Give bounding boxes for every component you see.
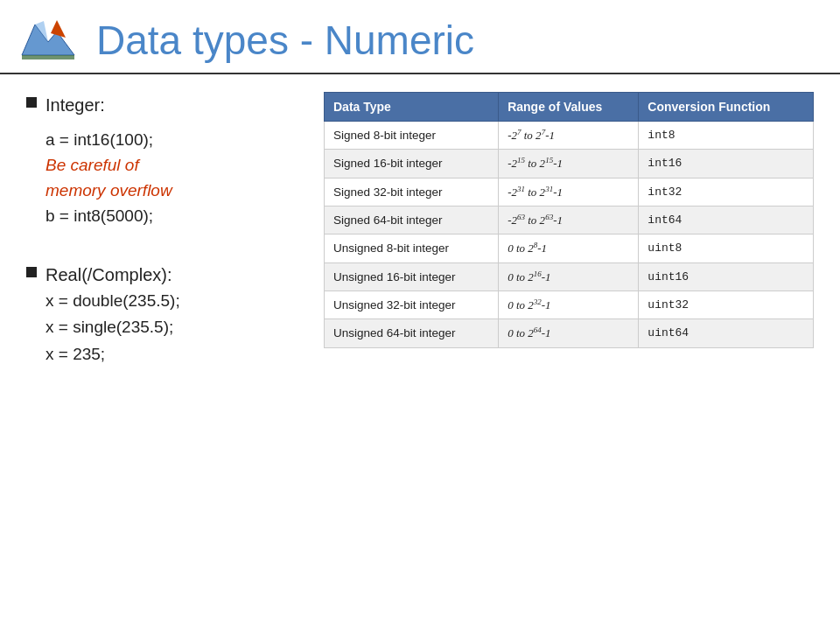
integer-line-2: b = int8(5000); (46, 203, 172, 229)
content-area: Integer: a = int16(100); Be careful ofme… (0, 92, 840, 382)
header: Data types - Numeric (0, 0, 840, 74)
cell-type: Unsigned 32-bit integer (325, 290, 499, 318)
cell-type: Unsigned 16-bit integer (325, 262, 499, 290)
table-header-row: Data Type Range of Values Conversion Fun… (325, 93, 814, 122)
cell-type: Signed 16-bit integer (325, 150, 499, 178)
cell-type: Unsigned 64-bit integer (325, 319, 499, 347)
integer-section: Integer: a = int16(100); Be careful ofme… (26, 92, 298, 230)
cell-range: 0 to 216-1 (499, 262, 639, 290)
cell-func: int32 (639, 178, 814, 206)
cell-func: uint32 (639, 290, 814, 318)
left-panel: Integer: a = int16(100); Be careful ofme… (26, 92, 298, 382)
integer-label: Integer: (46, 92, 172, 118)
cell-type: Unsigned 8-bit integer (325, 234, 499, 262)
data-types-table: Data Type Range of Values Conversion Fun… (324, 92, 814, 348)
real-line-1: x = double(235.5); (46, 288, 180, 314)
cell-func: uint16 (639, 262, 814, 290)
integer-line-1: a = int16(100); (46, 127, 172, 153)
cell-range: -215 to 215-1 (499, 150, 639, 178)
svg-marker-3 (22, 55, 74, 60)
table-row: Signed 16-bit integer-215 to 215-1int16 (325, 150, 814, 178)
svg-marker-2 (51, 20, 66, 38)
cell-func: int16 (639, 150, 814, 178)
cell-type: Signed 8-bit integer (325, 122, 499, 150)
cell-range: -27 to 27-1 (499, 122, 639, 150)
cell-range: -263 to 263-1 (499, 206, 639, 234)
matlab-logo-icon (18, 16, 79, 64)
cell-type: Signed 64-bit integer (325, 206, 499, 234)
table-row: Unsigned 32-bit integer0 to 232-1uint32 (325, 290, 814, 318)
page-title: Data types - Numeric (96, 17, 474, 64)
col-header-type: Data Type (325, 93, 499, 122)
table-body: Signed 8-bit integer-27 to 27-1int8Signe… (325, 122, 814, 348)
cell-func: uint8 (639, 234, 814, 262)
real-content: Real(/Complex): x = double(235.5); x = s… (46, 262, 180, 368)
real-line-2: x = single(235.5); (46, 314, 180, 340)
real-section: Real(/Complex): x = double(235.5); x = s… (26, 262, 298, 368)
cell-func: uint64 (639, 319, 814, 347)
cell-range: 0 to 232-1 (499, 290, 639, 318)
table-row: Signed 32-bit integer-231 to 231-1int32 (325, 178, 814, 206)
table-row: Unsigned 16-bit integer0 to 216-1uint16 (325, 262, 814, 290)
bullet-icon (26, 267, 37, 277)
col-header-range: Range of Values (499, 93, 639, 122)
cell-type: Signed 32-bit integer (325, 178, 499, 206)
svg-marker-0 (22, 24, 74, 55)
table-row: Signed 64-bit integer-263 to 263-1int64 (325, 206, 814, 234)
real-label: Real(/Complex): (46, 262, 180, 288)
cell-func: int8 (639, 122, 814, 150)
integer-content: Integer: a = int16(100); Be careful ofme… (46, 92, 172, 230)
cell-range: 0 to 28-1 (499, 234, 639, 262)
right-panel: Data Type Range of Values Conversion Fun… (324, 92, 814, 382)
table-row: Unsigned 8-bit integer0 to 28-1uint8 (325, 234, 814, 262)
bullet-icon (26, 97, 37, 108)
integer-warning: Be careful ofmemory overflow (46, 153, 172, 203)
real-line-3: x = 235; (46, 341, 180, 368)
cell-func: int64 (639, 206, 814, 234)
cell-range: 0 to 264-1 (499, 319, 639, 347)
cell-range: -231 to 231-1 (499, 178, 639, 206)
col-header-func: Conversion Function (639, 93, 814, 122)
table-row: Unsigned 64-bit integer0 to 264-1uint64 (325, 319, 814, 347)
table-row: Signed 8-bit integer-27 to 27-1int8 (325, 122, 814, 150)
